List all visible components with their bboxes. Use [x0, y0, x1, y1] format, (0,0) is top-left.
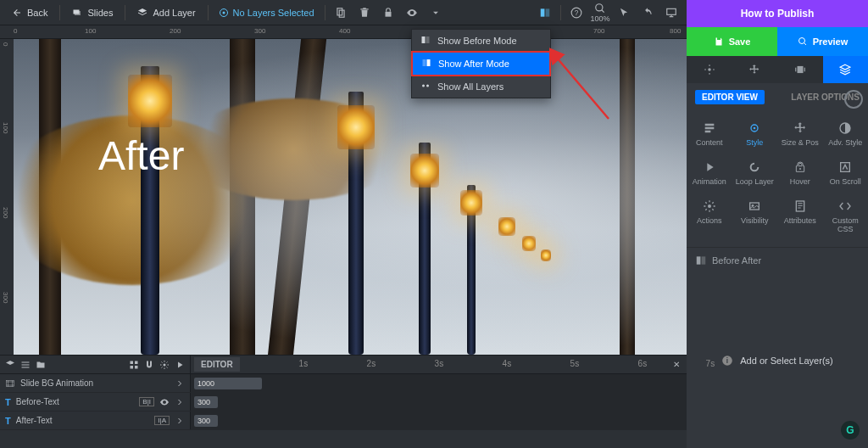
play-icon[interactable]: [175, 360, 185, 370]
property-custom-css[interactable]: Custom CSS: [823, 193, 869, 240]
sidebar-tabs: [687, 56, 868, 83]
pointer-button[interactable]: [614, 3, 634, 23]
property-on-scroll[interactable]: On Scroll: [823, 154, 869, 193]
eye-icon[interactable]: [159, 397, 170, 407]
svg-rect-39: [423, 59, 426, 66]
svg-rect-37: [422, 36, 426, 43]
ruler-tick: 400: [339, 27, 350, 35]
gear-icon: [704, 64, 715, 76]
magnet-icon[interactable]: [144, 360, 154, 370]
zoom-button[interactable]: 100%: [590, 3, 610, 23]
copy-button[interactable]: [331, 3, 351, 23]
timeline-row[interactable]: Slide BG Animation1000: [0, 374, 687, 393]
separator: [125, 5, 125, 20]
save-icon: [714, 36, 724, 47]
dropdown-toggle[interactable]: [426, 3, 446, 23]
ruler-tick: 0: [14, 27, 17, 35]
property-visibility[interactable]: Visibility: [732, 193, 778, 240]
tab-layers[interactable]: [823, 56, 869, 83]
gear-icon[interactable]: [159, 360, 170, 370]
svg-point-42: [426, 85, 429, 87]
svg-rect-15: [131, 366, 134, 369]
split-icon: [695, 255, 707, 266]
slides-button[interactable]: Slides: [65, 4, 120, 21]
property-icon: [838, 121, 852, 135]
publish-banner[interactable]: How to Publish: [687, 0, 868, 27]
time-tick: 1s: [299, 359, 309, 368]
search-icon: [798, 36, 808, 47]
property-style[interactable]: Style: [732, 115, 778, 154]
property-content[interactable]: Content: [687, 115, 732, 154]
info-icon: i: [721, 355, 733, 367]
before-after-button[interactable]: [535, 3, 555, 23]
after-text-layer[interactable]: After: [98, 132, 184, 179]
bi-badge[interactable]: B|I: [139, 397, 154, 406]
dropdown-item[interactable]: Show After Mode: [411, 51, 551, 76]
preview-button[interactable]: Preview: [777, 27, 868, 56]
delete-button[interactable]: [354, 3, 375, 23]
svg-rect-40: [427, 59, 431, 66]
timeline-row[interactable]: TAfter-TextI|A300: [0, 412, 687, 430]
selection-label: No Layers Selected: [233, 8, 314, 18]
visibility-button[interactable]: [402, 3, 422, 23]
property-adv-style[interactable]: Adv. Style: [823, 115, 869, 154]
dropdown-item[interactable]: Show All Layers: [412, 76, 550, 98]
chevron-icon[interactable]: [175, 416, 185, 426]
tab-navigation[interactable]: [732, 56, 778, 83]
tab-settings[interactable]: [687, 56, 732, 83]
property-loop-layer[interactable]: Loop Layer: [732, 154, 778, 193]
monitor-icon: [665, 7, 677, 19]
property-hover[interactable]: Hover: [777, 154, 823, 193]
lock-icon: [382, 7, 394, 19]
layers-icon[interactable]: [5, 360, 15, 370]
svg-point-29: [708, 204, 711, 208]
add-layer-icon: [137, 8, 147, 18]
grid-icon[interactable]: [129, 360, 139, 370]
ia-badge[interactable]: I|A: [154, 416, 170, 425]
timeline-close[interactable]: ✕: [666, 360, 687, 369]
timeline-bar[interactable]: 300: [194, 396, 218, 408]
timeline-bar[interactable]: 1000: [194, 378, 262, 389]
property-animation[interactable]: Animation: [687, 154, 732, 193]
property-size-pos[interactable]: Size & Pos: [777, 115, 823, 154]
dropdown-label: Show All Layers: [437, 81, 504, 92]
ruler-horizontal: 0 100 200 300 400 500 600 700 800: [0, 25, 687, 39]
lock-button[interactable]: [378, 3, 398, 23]
help-ring[interactable]: [844, 90, 863, 109]
undo-button[interactable]: [637, 3, 658, 23]
back-button[interactable]: Back: [5, 4, 54, 21]
timeline-row[interactable]: TBefore-TextB|I300: [0, 393, 687, 412]
help-button[interactable]: ?: [566, 3, 587, 23]
svg-rect-13: [131, 361, 134, 364]
add-layer-button[interactable]: Add Layer: [131, 4, 202, 21]
svg-rect-1: [75, 11, 81, 15]
property-icon: [703, 121, 716, 135]
canvas[interactable]: After: [14, 39, 687, 355]
desktop-button[interactable]: [661, 3, 682, 23]
chevron-icon[interactable]: [175, 378, 185, 389]
separator: [208, 5, 209, 20]
property-label: Style: [746, 138, 763, 147]
editor-tab[interactable]: EDITOR: [194, 357, 240, 372]
chevron-icon[interactable]: [175, 397, 185, 407]
dropdown-item[interactable]: Show Before Mode: [412, 30, 550, 52]
timeline-bar[interactable]: 300: [194, 415, 218, 427]
time-tick: 2s: [367, 359, 376, 368]
before-after-section[interactable]: Before After: [687, 247, 868, 273]
grammarly-badge[interactable]: G: [841, 421, 860, 440]
lamp-glow: [541, 249, 551, 261]
list-icon[interactable]: [20, 360, 31, 370]
property-label: Size & Pos: [782, 138, 819, 147]
property-label: Adv. Style: [828, 138, 862, 147]
svg-point-19: [798, 38, 804, 44]
editor-view-pill[interactable]: EDITOR VIEW: [695, 90, 765, 104]
preview-label: Preview: [813, 36, 849, 47]
tab-slides[interactable]: [777, 56, 823, 83]
property-attributes[interactable]: Attributes: [777, 193, 823, 240]
lamp-glow: [522, 236, 536, 251]
save-button[interactable]: Save: [687, 27, 777, 56]
folder-icon[interactable]: [36, 360, 46, 370]
ruler-tick: 300: [254, 27, 265, 35]
property-icon: [748, 199, 761, 213]
property-actions[interactable]: Actions: [687, 193, 732, 240]
